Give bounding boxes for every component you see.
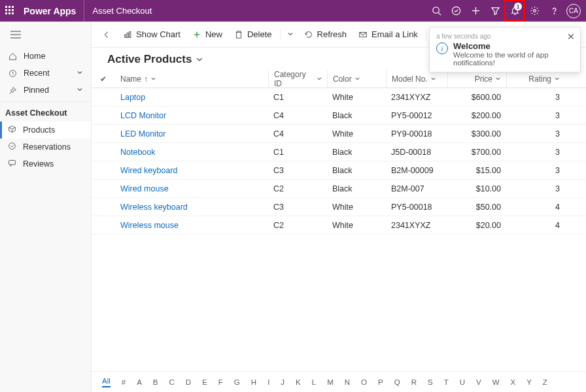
col-rating[interactable]: Rating bbox=[506, 70, 565, 88]
alpha-letter[interactable]: K bbox=[296, 378, 301, 386]
alpha-letter[interactable]: Q bbox=[394, 378, 400, 386]
col-name[interactable]: Name ↑ bbox=[115, 70, 268, 88]
nav-recent[interactable]: Recent bbox=[0, 65, 91, 82]
table-row[interactable]: Wireless mouseC2White2341XYXZ$20.004 bbox=[92, 216, 586, 235]
nav-pinned[interactable]: Pinned bbox=[0, 82, 91, 99]
alpha-letter[interactable]: L bbox=[312, 378, 316, 386]
table-row[interactable]: Wireless keyboardC3WhitePY5-00018$50.004 bbox=[92, 198, 586, 216]
row-name-link[interactable]: Wired mouse bbox=[115, 184, 268, 193]
filter-icon[interactable] bbox=[485, 0, 505, 22]
alpha-letter[interactable]: D bbox=[186, 378, 191, 386]
row-name-link[interactable]: Wireless keyboard bbox=[115, 203, 268, 212]
alpha-all[interactable]: All bbox=[102, 377, 111, 387]
alpha-letter[interactable]: V bbox=[476, 378, 481, 386]
alpha-letter[interactable]: M bbox=[327, 378, 334, 386]
alpha-letter[interactable]: T bbox=[444, 378, 449, 386]
alpha-letter[interactable]: P bbox=[378, 378, 383, 386]
row-color: Black bbox=[327, 184, 386, 193]
alpha-letter[interactable]: U bbox=[460, 378, 465, 386]
nav-label: Home bbox=[24, 52, 45, 61]
table-row[interactable]: NotebookC1BlackJ5D-00018$700.003 bbox=[92, 143, 586, 161]
alpha-letter[interactable]: B bbox=[153, 378, 158, 386]
row-color: Black bbox=[327, 148, 386, 157]
add-icon[interactable] bbox=[466, 0, 485, 22]
close-icon[interactable]: ✕ bbox=[567, 31, 575, 42]
chevron-down-icon bbox=[196, 56, 203, 63]
search-icon[interactable] bbox=[426, 0, 446, 22]
row-category: C4 bbox=[268, 111, 327, 120]
svg-point-0 bbox=[432, 7, 438, 13]
data-grid: ✔ Name ↑ Category ID Color Model No. Pri… bbox=[92, 70, 586, 371]
col-price[interactable]: Price bbox=[447, 70, 506, 88]
new-button[interactable]: New bbox=[187, 24, 228, 45]
app-launcher-icon[interactable] bbox=[5, 6, 16, 16]
user-avatar[interactable]: CA bbox=[566, 4, 581, 18]
alpha-letter[interactable]: O bbox=[361, 378, 367, 386]
col-color[interactable]: Color bbox=[327, 70, 386, 88]
alpha-letter[interactable]: G bbox=[234, 378, 240, 386]
col-model[interactable]: Model No. bbox=[386, 70, 447, 88]
row-name-link[interactable]: Wireless mouse bbox=[115, 221, 268, 230]
delete-button[interactable]: Delete bbox=[229, 24, 277, 45]
sidebar-item-reviews[interactable]: Reviews bbox=[0, 155, 91, 172]
alpha-letter[interactable]: R bbox=[411, 378, 417, 386]
alpha-letter[interactable]: X bbox=[511, 378, 516, 386]
table-row[interactable]: LaptopC1White2341XYXZ$600.003 bbox=[92, 88, 586, 106]
table-row[interactable]: LED MonitorC4WhitePY9-00018$300.003 bbox=[92, 125, 586, 143]
row-price: $600.00 bbox=[447, 93, 506, 102]
alpha-letter[interactable]: I bbox=[267, 378, 269, 386]
settings-icon[interactable] bbox=[525, 0, 544, 22]
alpha-letter[interactable]: A bbox=[137, 378, 142, 386]
table-row[interactable]: Wired keyboardC3BlackB2M-00009$15.003 bbox=[92, 161, 586, 180]
task-icon[interactable] bbox=[446, 0, 466, 22]
alpha-letter[interactable]: J bbox=[281, 378, 284, 386]
row-name-link[interactable]: LCD Monitor bbox=[115, 111, 268, 120]
pin-icon bbox=[8, 86, 17, 95]
alpha-letter[interactable]: C bbox=[169, 378, 175, 386]
alpha-letter[interactable]: S bbox=[428, 378, 433, 386]
sidebar-item-products[interactable]: Products bbox=[0, 122, 91, 139]
nav-home[interactable]: Home bbox=[0, 48, 91, 65]
svg-rect-16 bbox=[129, 31, 131, 37]
help-icon[interactable] bbox=[544, 0, 564, 22]
row-name-link[interactable]: LED Monitor bbox=[115, 129, 268, 139]
chat-icon bbox=[8, 159, 16, 169]
header-divider bbox=[84, 0, 84, 22]
alpha-letter[interactable]: W bbox=[492, 378, 500, 386]
sidebar: Home Recent Pinned Asset Checkout Produc… bbox=[0, 22, 92, 392]
alpha-letter[interactable]: E bbox=[202, 378, 207, 386]
row-name-link[interactable]: Wired keyboard bbox=[115, 166, 268, 175]
alpha-letter[interactable]: H bbox=[251, 378, 256, 386]
sidebar-toggle[interactable] bbox=[0, 22, 91, 48]
toast-timestamp: a few seconds ago bbox=[436, 33, 574, 40]
alpha-hash[interactable]: # bbox=[122, 378, 126, 386]
row-color: White bbox=[327, 93, 386, 102]
alpha-filter-bar: All # ABCDEFGHIJKLMNOPQRSTUVWXYZ bbox=[92, 371, 586, 392]
select-all-checkbox[interactable]: ✔ bbox=[92, 74, 115, 84]
refresh-button[interactable]: Refresh bbox=[299, 24, 353, 45]
sidebar-item-reservations[interactable]: Reservations bbox=[0, 139, 91, 155]
row-name-link[interactable]: Notebook bbox=[115, 148, 268, 157]
row-model: PY5-00012 bbox=[386, 111, 447, 120]
back-button[interactable] bbox=[97, 24, 116, 45]
delete-dropdown[interactable] bbox=[283, 29, 298, 39]
alpha-letter[interactable]: N bbox=[345, 378, 350, 386]
show-chart-button[interactable]: Show Chart bbox=[118, 24, 186, 45]
alpha-letter[interactable]: Y bbox=[526, 378, 532, 386]
row-color: White bbox=[327, 129, 386, 139]
row-category: C1 bbox=[268, 148, 327, 157]
alpha-letter[interactable]: F bbox=[218, 378, 223, 386]
email-link-button[interactable]: Email a Link bbox=[353, 24, 423, 45]
notifications-icon[interactable]: 1 bbox=[505, 0, 525, 22]
alpha-letter[interactable]: Z bbox=[543, 378, 547, 386]
svg-rect-14 bbox=[125, 35, 126, 37]
svg-rect-15 bbox=[127, 33, 128, 37]
row-category: C2 bbox=[268, 221, 327, 230]
table-row[interactable]: LCD MonitorC4BlackPY5-00012$200.003 bbox=[92, 106, 586, 125]
svg-point-12 bbox=[9, 143, 16, 150]
row-name-link[interactable]: Laptop bbox=[115, 93, 268, 102]
home-icon bbox=[8, 52, 17, 61]
row-model: B2M-007 bbox=[386, 184, 447, 193]
table-row[interactable]: Wired mouseC2BlackB2M-007$10.003 bbox=[92, 180, 586, 198]
col-category[interactable]: Category ID bbox=[268, 70, 327, 88]
